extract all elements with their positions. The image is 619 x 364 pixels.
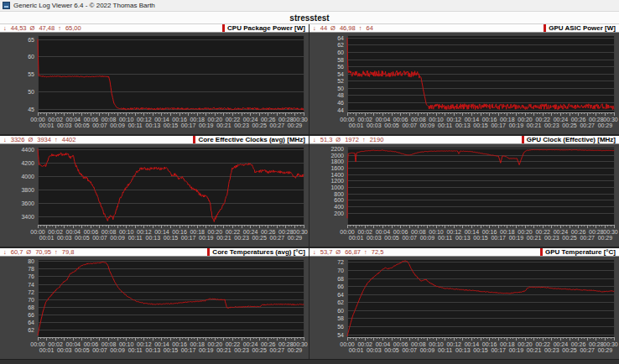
- svg-text:52: 52: [337, 78, 344, 84]
- svg-text:00:01: 00:01: [349, 122, 364, 128]
- svg-text:2000: 2000: [330, 153, 344, 159]
- max-arrow-icon: ↑: [58, 24, 61, 32]
- svg-text:00:10: 00:10: [119, 341, 134, 347]
- svg-text:00:24: 00:24: [243, 117, 258, 122]
- svg-text:60: 60: [337, 308, 344, 314]
- chart-header: ↓53,7 Ø66,87 ↑72,5 GPU Temperature [°C]: [310, 248, 619, 257]
- series-color-icon: [522, 136, 524, 143]
- svg-text:00:12: 00:12: [137, 341, 152, 347]
- svg-text:00:22: 00:22: [535, 117, 550, 122]
- svg-text:00:21: 00:21: [216, 122, 231, 128]
- svg-text:00:03: 00:03: [367, 347, 382, 353]
- chart-title: GPU ASIC Power [W]: [549, 24, 616, 32]
- svg-text:00:07: 00:07: [402, 122, 417, 128]
- svg-text:00:04: 00:04: [376, 117, 391, 122]
- stat-avg: 46,98: [340, 24, 356, 32]
- chart-stats: ↓53,7 Ø66,87 ↑72,5: [313, 248, 383, 256]
- svg-text:00:13: 00:13: [455, 235, 471, 241]
- chart-plot-cpu-package-power[interactable]: 656055504500:0000:0100:0200:0300:0400:05…: [0, 33, 309, 134]
- svg-text:65: 65: [28, 37, 34, 43]
- svg-text:00:10: 00:10: [429, 117, 444, 122]
- svg-text:3600: 3600: [21, 200, 34, 206]
- svg-text:00:26: 00:26: [571, 229, 586, 235]
- chart-title: GPU Clock (Effective) [MHz]: [527, 136, 616, 143]
- svg-text:00:27: 00:27: [270, 347, 285, 353]
- svg-text:00:27: 00:27: [580, 235, 595, 241]
- window-title: Generic Log Viewer 6.4 - © 2022 Thomas B…: [13, 2, 155, 9]
- svg-text:54: 54: [337, 332, 344, 338]
- svg-text:00:18: 00:18: [500, 229, 515, 235]
- svg-text:00:25: 00:25: [562, 122, 577, 128]
- window-footer: [0, 359, 619, 364]
- chart-header: ↓3326 Ø3934 ↑4402 Core Effective Clocks …: [0, 136, 309, 144]
- svg-text:00:06: 00:06: [84, 117, 99, 122]
- chart-plot-core-temperatures[interactable]: 8078767472706866646200:0000:0100:0200:03…: [0, 257, 309, 359]
- stat-min: 51,3: [320, 136, 333, 143]
- chart-stats: ↓44 Ø46,98 ↑64: [313, 24, 373, 32]
- min-arrow-icon: ↓: [313, 248, 316, 256]
- chart-header: ↓44,53 Ø47,48 ↑65,00 CPU Package Power […: [0, 24, 309, 33]
- svg-text:00:23: 00:23: [544, 235, 559, 241]
- svg-text:200: 200: [334, 211, 344, 216]
- svg-text:00:20: 00:20: [518, 341, 533, 347]
- svg-text:00:20: 00:20: [208, 117, 223, 122]
- svg-text:00:26: 00:26: [571, 341, 586, 347]
- svg-text:00:09: 00:09: [110, 235, 125, 241]
- svg-text:00:19: 00:19: [199, 347, 214, 353]
- svg-text:1800: 1800: [330, 159, 344, 164]
- chart-plot-gpu-temperature[interactable]: 7270686664626058565400:0000:0100:0200:03…: [310, 257, 619, 359]
- svg-text:45: 45: [28, 107, 34, 112]
- chart-header: ↓44 Ø46,98 ↑64 GPU ASIC Power [W]: [310, 24, 619, 33]
- avg-icon: Ø: [330, 24, 336, 32]
- stat-max: 64: [366, 24, 372, 32]
- svg-text:00:06: 00:06: [393, 117, 408, 122]
- svg-text:78: 78: [28, 266, 34, 272]
- svg-text:00:12: 00:12: [446, 341, 461, 347]
- svg-text:72: 72: [28, 289, 34, 295]
- chart-plot-gpu-asic-power[interactable]: 646260585654525048464400:0000:0100:0200:…: [310, 33, 619, 134]
- svg-text:72: 72: [337, 259, 344, 265]
- svg-text:00:08: 00:08: [101, 229, 117, 235]
- svg-text:00:13: 00:13: [146, 122, 161, 128]
- svg-text:00:02: 00:02: [48, 229, 63, 235]
- svg-text:00:24: 00:24: [243, 341, 258, 347]
- svg-text:00:30: 00:30: [603, 341, 618, 347]
- svg-text:00:25: 00:25: [252, 347, 267, 353]
- panel-core-temperatures: ↓60,7 Ø70,95 ↑79,8 Core Temperatures (av…: [0, 248, 309, 359]
- svg-text:00:27: 00:27: [270, 122, 285, 128]
- svg-text:00:29: 00:29: [288, 122, 303, 128]
- avg-icon: Ø: [30, 24, 35, 32]
- svg-text:46: 46: [337, 100, 344, 106]
- chart-title: Core Temperatures (avg) [°C]: [212, 248, 305, 256]
- svg-text:00:18: 00:18: [500, 341, 515, 347]
- svg-text:00:10: 00:10: [119, 229, 134, 235]
- svg-text:00:17: 00:17: [181, 347, 196, 353]
- svg-text:00:11: 00:11: [128, 347, 143, 353]
- svg-text:00:12: 00:12: [137, 229, 152, 235]
- svg-text:00:28: 00:28: [278, 229, 294, 235]
- stat-min: 3326: [11, 136, 25, 143]
- svg-text:58: 58: [337, 315, 344, 321]
- svg-text:3800: 3800: [21, 187, 34, 193]
- svg-text:00:25: 00:25: [562, 347, 577, 353]
- svg-text:50: 50: [337, 86, 344, 91]
- svg-text:00:15: 00:15: [164, 122, 179, 128]
- chart-plot-core-effective-clocks[interactable]: 44004200400038003600340000:0000:0100:020…: [0, 144, 309, 247]
- svg-text:1200: 1200: [330, 178, 344, 184]
- chart-plot-gpu-clock[interactable]: 2200200018001600140012001000800600400200…: [310, 144, 619, 247]
- min-arrow-icon: ↓: [313, 24, 316, 32]
- svg-text:00:11: 00:11: [128, 235, 143, 241]
- stat-min: 44: [320, 24, 327, 32]
- chart-title: Core Effective Clocks (avg) [MHz]: [198, 136, 305, 143]
- svg-text:00:29: 00:29: [598, 347, 613, 353]
- svg-text:00:20: 00:20: [208, 341, 223, 347]
- svg-text:64: 64: [337, 292, 344, 298]
- svg-text:00:10: 00:10: [429, 229, 444, 235]
- window-titlebar[interactable]: Generic Log Viewer 6.4 - © 2022 Thomas B…: [0, 0, 619, 12]
- svg-text:00:22: 00:22: [226, 341, 241, 347]
- svg-text:00:04: 00:04: [376, 229, 391, 235]
- svg-text:00:03: 00:03: [57, 347, 72, 353]
- svg-text:00:10: 00:10: [119, 117, 134, 122]
- svg-text:00:04: 00:04: [66, 229, 81, 235]
- svg-text:00:00: 00:00: [30, 117, 45, 122]
